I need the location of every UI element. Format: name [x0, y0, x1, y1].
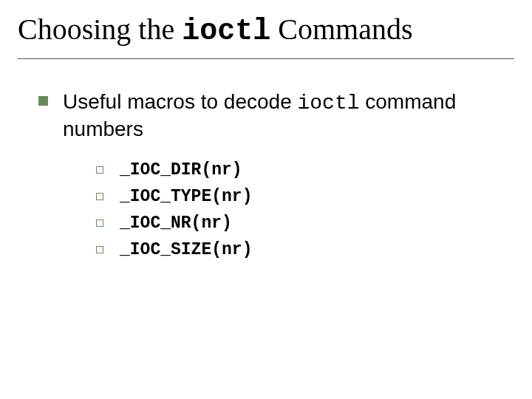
bullet-text: Useful macros to decode ioctl command nu…	[63, 89, 514, 142]
square-bullet-icon	[38, 96, 48, 106]
slide-title: Choosing the ioctl Commands	[18, 12, 514, 59]
hollow-square-icon	[96, 246, 103, 253]
list-item: _IOC_NR(nr)	[96, 213, 514, 235]
hollow-square-icon	[96, 166, 103, 174]
hollow-square-icon	[96, 219, 103, 227]
macro-text: _IOC_SIZE(nr)	[120, 239, 252, 262]
title-post: Commands	[270, 13, 412, 46]
title-pre: Choosing the	[18, 13, 182, 46]
bullet-item: Useful macros to decode ioctl command nu…	[38, 89, 514, 142]
list-item: _IOC_DIR(nr)	[96, 160, 514, 182]
bullet-pre: Useful macros to decode	[63, 90, 298, 113]
macro-text: _IOC_NR(nr)	[120, 213, 232, 235]
macro-text: _IOC_TYPE(nr)	[120, 186, 252, 208]
list-item: _IOC_SIZE(nr)	[96, 239, 514, 262]
slide-container: Choosing the ioctl Commands Useful macro…	[0, 0, 532, 284]
list-item: _IOC_TYPE(nr)	[96, 186, 514, 208]
title-code: ioctl	[182, 15, 270, 48]
macro-list: _IOC_DIR(nr) _IOC_TYPE(nr) _IOC_NR(nr) _…	[96, 160, 514, 262]
hollow-square-icon	[96, 193, 103, 200]
bullet-code: ioctl	[298, 92, 360, 115]
macro-text: _IOC_DIR(nr)	[120, 160, 242, 182]
